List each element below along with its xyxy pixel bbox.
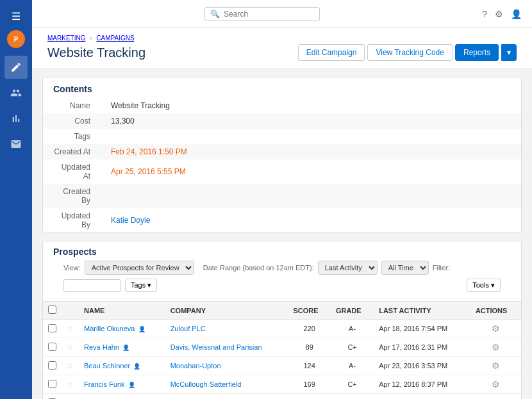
- prospect-name-link[interactable]: Francis Funk: [84, 380, 125, 388]
- prospect-name-link[interactable]: Marille Okuneva: [84, 325, 135, 332]
- prospects-section: Prospects View: Active Prospects for Rev…: [42, 241, 522, 399]
- prospect-company-link[interactable]: Davis, Weissnat and Parisian: [170, 343, 262, 351]
- page-actions: Edit Campaign View Tracking Code Reports…: [298, 44, 517, 61]
- user-icon[interactable]: 👤: [511, 9, 522, 19]
- star-icon[interactable]: ☆: [67, 343, 74, 352]
- contents-field-value: Website Tracking: [111, 101, 170, 110]
- contents-field-label: Name: [43, 98, 101, 113]
- edit-campaign-button[interactable]: Edit Campaign: [298, 44, 365, 61]
- row-grade-cell: C+: [331, 338, 374, 357]
- breadcrumb-marketing[interactable]: MARKETING: [47, 35, 85, 42]
- row-last-activity-cell: Mar 10, 2016 3:05 PM: [374, 394, 470, 400]
- nav-icon-users[interactable]: [4, 81, 28, 104]
- reports-button[interactable]: Reports: [455, 44, 499, 61]
- contents-field-value-cell: 13,300: [101, 113, 521, 129]
- row-last-activity-cell: Apr 12, 2016 8:37 PM: [374, 375, 470, 394]
- row-checkbox[interactable]: [48, 380, 56, 388]
- breadcrumb-separator: ›: [90, 35, 92, 42]
- person-icon: 👤: [138, 326, 145, 332]
- row-checkbox-cell: [43, 320, 62, 338]
- settings-icon[interactable]: ⚙: [495, 9, 503, 19]
- row-score-cell: 169: [288, 375, 331, 394]
- view-label: View:: [63, 264, 81, 272]
- contents-row: Name Website Tracking: [43, 98, 521, 113]
- filter-label: Filter:: [433, 264, 451, 272]
- contents-field-value-cell: Apr 25, 2016 5:55 PM: [101, 159, 521, 184]
- person-icon: 👤: [122, 345, 129, 351]
- row-actions-cell: ⚙: [470, 357, 521, 375]
- row-checkbox-cell: [43, 357, 62, 375]
- contents-row: Created By: [43, 184, 521, 208]
- contents-field-label: Created At: [43, 144, 101, 159]
- contents-date-value: Feb 24, 2016 1:50 PM: [111, 147, 187, 156]
- prospect-company-link[interactable]: Zulouf PLC: [170, 325, 206, 332]
- row-name-cell: Reva Hahn 👤: [79, 338, 165, 357]
- search-input[interactable]: [224, 10, 313, 19]
- filter-input[interactable]: [63, 279, 121, 292]
- contents-section: Contents Name Website Tracking Cost 13,3…: [42, 77, 522, 233]
- row-gear-icon[interactable]: ⚙: [492, 379, 500, 389]
- row-grade-cell: C+: [331, 375, 374, 394]
- view-select[interactable]: Active Prospects for Review: [85, 261, 194, 275]
- row-score-cell: 76: [288, 394, 331, 400]
- pardot-logo: P: [7, 30, 25, 48]
- contents-field-value-cell: Website Tracking: [101, 98, 521, 113]
- top-bar: 🔍 ? ⚙ 👤: [32, 0, 532, 28]
- row-checkbox[interactable]: [48, 343, 56, 351]
- contents-row: Updated At Apr 25, 2016 5:55 PM: [43, 159, 521, 184]
- content-area: MARKETING › CAMPAIGNS Website Tracking E…: [32, 28, 532, 399]
- prospect-name-link[interactable]: Reva Hahn: [84, 343, 119, 351]
- table-header-row: NAME COMPANY SCORE GRADE LAST ACTIVITY A…: [43, 302, 521, 320]
- select-all-checkbox[interactable]: [48, 305, 56, 314]
- breadcrumb-campaigns[interactable]: CAMPAIGNS: [96, 35, 134, 42]
- row-gear-icon[interactable]: ⚙: [492, 342, 500, 352]
- contents-row: Tags: [43, 129, 521, 144]
- table-row: ☆ Francis Funk 👤 McCullough Satterfield …: [43, 375, 521, 394]
- prospect-name-link[interactable]: Beau Schinner: [84, 362, 130, 370]
- th-checkbox: [43, 302, 62, 320]
- contents-field-value: 13,300: [111, 117, 135, 126]
- date-activity-select[interactable]: Last Activity: [318, 261, 378, 275]
- row-actions-cell: ⚙: [470, 338, 521, 357]
- star-icon[interactable]: ☆: [67, 324, 74, 333]
- hamburger-menu[interactable]: ☰: [6, 5, 26, 28]
- th-actions: ACTIONS: [470, 302, 521, 320]
- row-score-cell: 220: [288, 320, 331, 338]
- nav-icon-chart[interactable]: [4, 107, 28, 130]
- table-row: ☆ Marille Okuneva 👤 Zulouf PLC 220 A- Ap…: [43, 320, 521, 338]
- row-gear-icon[interactable]: ⚙: [492, 323, 500, 334]
- breadcrumb: MARKETING › CAMPAIGNS: [47, 35, 517, 42]
- row-checkbox[interactable]: [48, 324, 56, 332]
- reports-dropdown-button[interactable]: ▾: [501, 44, 517, 61]
- view-tracking-code-button[interactable]: View Tracking Code: [367, 44, 453, 61]
- row-checkbox[interactable]: [48, 361, 56, 370]
- table-row: ☆ Beau Schinner 👤 Monahan-Upton 124 A- A…: [43, 357, 521, 375]
- star-icon[interactable]: ☆: [67, 380, 74, 389]
- contents-field-label: Updated At: [43, 159, 101, 184]
- row-checkbox-cell: [43, 375, 62, 394]
- nav-icon-edit[interactable]: [4, 56, 28, 79]
- row-score-cell: 89: [288, 338, 331, 357]
- prospect-company-link[interactable]: Monahan-Upton: [170, 362, 221, 370]
- contents-field-value-cell: [101, 184, 521, 208]
- row-star-cell: ☆: [62, 375, 79, 394]
- star-icon[interactable]: ☆: [67, 361, 74, 370]
- help-icon[interactable]: ?: [482, 9, 487, 19]
- prospect-company-link[interactable]: McCullough Satterfield: [170, 380, 242, 388]
- tags-filter-button[interactable]: Tags: [125, 279, 157, 292]
- page-title-row: Website Tracking Edit Campaign View Trac…: [47, 44, 517, 61]
- row-star-cell: ☆: [62, 320, 79, 338]
- row-checkbox-cell: [43, 394, 62, 400]
- contents-link[interactable]: Katie Doyle: [111, 216, 150, 225]
- row-name-cell: Beau Schinner 👤: [79, 357, 165, 375]
- nav-icon-envelope[interactable]: [4, 133, 28, 156]
- tools-button[interactable]: Tools: [467, 279, 501, 292]
- search-box[interactable]: 🔍: [204, 7, 320, 21]
- prospects-header: Prospects View: Active Prospects for Rev…: [43, 241, 521, 301]
- row-company-cell: McCullough Satterfield: [165, 375, 288, 394]
- row-star-cell: ☆: [62, 338, 79, 357]
- row-gear-icon[interactable]: ⚙: [492, 361, 500, 371]
- contents-section-title: Contents: [43, 77, 521, 98]
- row-last-activity-cell: Apr 23, 2016 3:53 PM: [374, 357, 470, 375]
- date-range-select[interactable]: All Time: [381, 261, 429, 275]
